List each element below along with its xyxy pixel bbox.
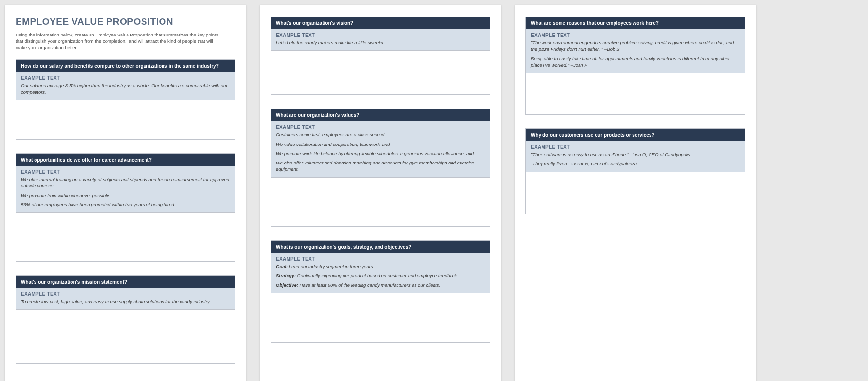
objective-label: Objective: <box>276 282 298 288</box>
example-line: Objective: Have at least 60% of the lead… <box>276 282 485 288</box>
example-block-salary: EXAMPLE TEXT Our salaries average 3-5% h… <box>16 72 235 100</box>
example-line: Our salaries average 3-5% higher than th… <box>21 82 230 95</box>
example-block-customers: EXAMPLE TEXT "Their software is as easy … <box>526 141 745 172</box>
example-line: "Their software is as easy to use as an … <box>531 151 740 158</box>
example-line: We promote work-life balance by offering… <box>276 150 485 157</box>
example-line: We promote from within whenever possible… <box>21 192 230 199</box>
strategy-label: Strategy: <box>276 273 296 278</box>
example-label: EXAMPLE TEXT <box>21 169 230 175</box>
goal-label: Goal: <box>276 264 288 269</box>
example-line: "They really listen." Oscar R, CEO of Ca… <box>531 161 740 167</box>
input-area-salary[interactable] <box>16 100 235 139</box>
section-header-vision: What's our organization's vision? <box>271 17 490 29</box>
page-2: What's our organization's vision? EXAMPL… <box>260 5 501 381</box>
section-header-salary: How do our salary and benefits compare t… <box>16 60 235 72</box>
section-career: What opportunities do we offer for caree… <box>16 153 235 262</box>
example-line: We also offer volunteer and donation mat… <box>276 160 485 173</box>
example-line: To create low-cost, high-value, and easy… <box>21 298 230 305</box>
example-label: EXAMPLE TEXT <box>531 145 740 150</box>
example-label: EXAMPLE TEXT <box>531 33 740 38</box>
example-label: EXAMPLE TEXT <box>21 291 230 297</box>
example-label: EXAMPLE TEXT <box>276 125 485 130</box>
section-mission: What's our organization's mission statem… <box>16 275 235 363</box>
example-block-values: EXAMPLE TEXT Customers come first, emplo… <box>271 121 490 177</box>
section-values: What are our organization's values? EXAM… <box>271 109 490 226</box>
goal-text: Lead our industry segment in three years… <box>288 264 374 269</box>
section-customers: Why do our customers use our products or… <box>525 128 745 214</box>
page-1: EMPLOYEE VALUE PROPOSITION Using the inf… <box>5 5 246 381</box>
example-block-goals: EXAMPLE TEXT Goal: Lead our industry seg… <box>271 253 490 293</box>
example-line: Goal: Lead our industry segment in three… <box>276 263 485 270</box>
example-line: Strategy: Continually improving our prod… <box>276 272 485 279</box>
document-title: EMPLOYEE VALUE PROPOSITION <box>16 17 235 27</box>
section-header-reasons: What are some reasons that our employees… <box>526 17 745 29</box>
input-area-customers[interactable] <box>526 172 745 214</box>
section-vision: What's our organization's vision? EXAMPL… <box>271 17 490 95</box>
example-block-mission: EXAMPLE TEXT To create low-cost, high-va… <box>16 288 235 309</box>
input-area-goals[interactable] <box>271 293 490 342</box>
example-block-career: EXAMPLE TEXT We offer internal training … <box>16 166 235 213</box>
example-line: Being able to easily take time off for a… <box>531 55 740 69</box>
input-area-values[interactable] <box>271 178 490 226</box>
section-goals: What is our organization's goals, strate… <box>271 240 490 343</box>
input-area-vision[interactable] <box>271 51 490 94</box>
page-3: What are some reasons that our employees… <box>515 5 756 381</box>
example-line: Customers come first, employees are a cl… <box>276 131 485 138</box>
example-block-reasons: EXAMPLE TEXT "The work environment engen… <box>526 29 745 73</box>
example-block-vision: EXAMPLE TEXT Let's help the candy makers… <box>271 29 490 51</box>
section-header-values: What are our organization's values? <box>271 109 490 121</box>
example-line: 56% of our employees have been promoted … <box>21 201 230 208</box>
example-label: EXAMPLE TEXT <box>276 256 485 262</box>
section-reasons: What are some reasons that our employees… <box>525 17 745 115</box>
input-area-mission[interactable] <box>16 310 235 363</box>
input-area-career[interactable] <box>16 213 235 261</box>
section-header-mission: What's our organization's mission statem… <box>16 276 235 288</box>
example-line: Let's help the candy makers make life a … <box>276 39 485 46</box>
intro-text: Using the information below, create an E… <box>16 32 225 51</box>
input-area-reasons[interactable] <box>526 73 745 114</box>
example-label: EXAMPLE TEXT <box>21 75 230 81</box>
example-line: We offer internal training on a variety … <box>21 176 230 189</box>
example-line: "The work environment engenders creative… <box>531 39 740 53</box>
section-header-goals: What is our organization's goals, strate… <box>271 241 490 253</box>
objective-text: Have at least 60% of the leading candy m… <box>298 282 440 288</box>
example-line: We value collaboration and cooperation, … <box>276 141 485 147</box>
section-header-career: What opportunities do we offer for caree… <box>16 154 235 166</box>
section-salary: How do our salary and benefits compare t… <box>16 59 235 140</box>
strategy-text: Continually improving our product based … <box>296 273 458 278</box>
document-pages: EMPLOYEE VALUE PROPOSITION Using the inf… <box>5 5 863 381</box>
example-label: EXAMPLE TEXT <box>276 33 485 38</box>
section-header-customers: Why do our customers use our products or… <box>526 129 745 141</box>
